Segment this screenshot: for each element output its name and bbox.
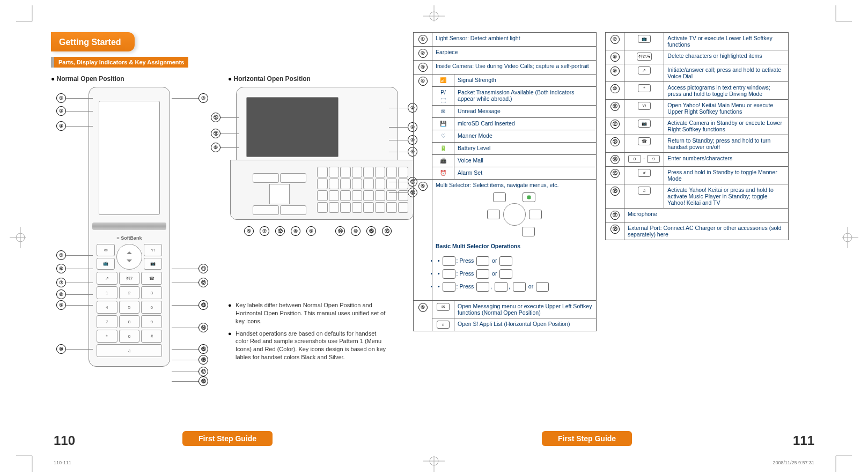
row-11: Open Yahoo! Keitai Main Menu or execute … xyxy=(664,100,789,117)
table-a: ①Light Sensor: Detect ambient light ②Ear… xyxy=(413,32,597,331)
packet-icon: P/⬚ xyxy=(439,89,447,97)
footer-guide-right: First Step Guide xyxy=(542,431,632,446)
row-13: Return to Standby; press and hold to tur… xyxy=(664,135,789,153)
callout-12: ⑫ xyxy=(198,278,208,287)
row-4a: Packet Transmission Available (Both indi… xyxy=(454,87,597,106)
row-9: Initiate/answer call; press and hold to … xyxy=(664,64,789,82)
callout-1: ① xyxy=(56,93,66,103)
row-4: Signal Strength xyxy=(454,75,597,87)
callout-hb5: ⑤ xyxy=(244,226,254,236)
music-key-icon: ♫ xyxy=(638,187,651,195)
callout-13: ⑬ xyxy=(198,300,208,310)
callout-9: ⑨ xyxy=(56,300,66,310)
callout-hb9: ⑨ xyxy=(306,226,316,236)
row-7: Activate TV or execute Lower Left Softke… xyxy=(664,33,789,50)
clear-key-icon: ｸﾘｱ/ﾒﾓ xyxy=(637,53,652,61)
appli-key-icon: ⌂ xyxy=(437,321,450,329)
voicemail-icon: 📠 xyxy=(439,157,447,165)
callout-16: ⑯ xyxy=(198,355,208,365)
note-1: Key labels differ between Normal Open Po… xyxy=(228,301,389,325)
callout-hb16: ⑯ xyxy=(382,226,392,236)
callout-hb7: ⑦ xyxy=(260,226,269,236)
table-b: ⑦📺Activate TV or execute Lower Left Soft… xyxy=(605,32,789,240)
battery-icon: 🔋 xyxy=(439,145,447,152)
callout-18: ⑱ xyxy=(198,376,208,386)
section-tab: Getting Started xyxy=(51,32,135,51)
ms-ops-list: • : Press or • : Press or • : Press , , … xyxy=(436,255,593,293)
row-16: Activate Yahoo! Keitai or press and hold… xyxy=(664,184,789,209)
row-2: Earpiece xyxy=(432,47,597,61)
hash-key-icon: ＃ xyxy=(638,169,651,177)
page-number-left: 110 xyxy=(54,433,75,448)
note-2: Handset operations are based on defaults… xyxy=(228,330,389,361)
callout-hb14: ⑭ xyxy=(335,226,345,236)
callout-17: ⑰ xyxy=(198,367,208,376)
page-number-right: 111 xyxy=(793,433,814,448)
softkey-ul-icon: ✉ xyxy=(97,244,115,256)
footer-guide-left: First Step Guide xyxy=(182,431,273,446)
softkey-ll-icon: 📺 xyxy=(97,258,115,270)
callout-hb12: ⑫ xyxy=(275,226,285,236)
dpad-icon xyxy=(116,244,142,270)
alarm-icon: ⏰ xyxy=(439,169,447,177)
yahoo-key-icon: Y! xyxy=(638,102,651,110)
row-3: Inside Camera: Use during Video Calls; c… xyxy=(432,61,597,75)
row-15: Press and hold in Standby to toggle Mann… xyxy=(664,167,789,184)
callout-hb10: ⑩ xyxy=(351,226,361,236)
callout-5: ⑤ xyxy=(56,250,66,260)
normal-open-title: Normal Open Position xyxy=(51,75,212,83)
callout-h13: ⑬ xyxy=(211,113,220,122)
manner-icon: ♡ xyxy=(439,132,447,140)
callout-hb8: ⑧ xyxy=(291,226,300,236)
row-4d: Manner Mode xyxy=(454,130,597,143)
nine-key-icon: 9 xyxy=(647,155,660,163)
callout-h11: ⑪ xyxy=(211,129,220,138)
device-horizontal xyxy=(236,87,398,184)
power-key-icon: ☎ xyxy=(638,137,651,145)
row-8: Delete characters or highlighted items xyxy=(664,50,789,64)
tv-key-icon: 📺 xyxy=(638,35,651,43)
notes: Key labels differ between Normal Open Po… xyxy=(228,301,389,361)
horizontal-open-title: Horizontal Open Position xyxy=(228,75,389,83)
callout-8: ⑧ xyxy=(56,290,66,299)
ms-ops-title: Basic Multi Selector Operations xyxy=(436,243,593,249)
row-18: External Port: Connect AC Charger or oth… xyxy=(624,222,789,240)
call-key-icon: ↗ xyxy=(638,66,651,75)
callout-4: ④ xyxy=(56,121,66,131)
row-4c: microSD Card Inserted xyxy=(454,118,597,130)
callout-hb15: ⑮ xyxy=(366,226,376,236)
row-5: Multi Selector: Select items, navigate m… xyxy=(432,180,597,301)
multi-selector-diagram xyxy=(436,191,593,238)
row-1: Light Sensor: Detect ambient light xyxy=(432,33,597,47)
callout-h6: ⑥ xyxy=(211,143,220,152)
callout-11: ⑪ xyxy=(198,264,208,273)
row-6: Open Messaging menu or execute Upper Lef… xyxy=(454,301,597,318)
row-17: Microphone xyxy=(624,209,789,222)
callout-14: ⑭ xyxy=(198,323,208,332)
callout-7: ⑦ xyxy=(56,278,66,287)
callout-2: ② xyxy=(56,106,66,116)
row-4e: Battery Level xyxy=(454,143,597,155)
brand-label: ≡ SoftBank xyxy=(89,235,170,241)
microsd-icon: 💾 xyxy=(439,120,447,128)
camera-key-icon: 📷 xyxy=(638,120,651,128)
row-4f: Voice Mail xyxy=(454,155,597,167)
softkey-ur-icon: Y! xyxy=(144,244,162,256)
row-4g: Alarm Set xyxy=(454,167,597,180)
section-subhead: Parts, Display Indicators & Key Assignme… xyxy=(51,57,188,68)
row-14: Enter numbers/characters xyxy=(664,153,789,167)
callout-6: ⑥ xyxy=(56,264,66,273)
mail-key-icon: ✉ xyxy=(437,303,450,311)
row-6b: Open S! Appli List (Horizontal Open Posi… xyxy=(454,318,597,331)
callout-15: ⑮ xyxy=(198,344,208,354)
row-12: Activate Camera in Standby or execute Lo… xyxy=(664,117,789,135)
star-key-icon: ＊ xyxy=(638,84,651,92)
callout-3: ③ xyxy=(198,93,208,103)
row-4b: Unread Message xyxy=(454,106,597,118)
unread-icon: ✉ xyxy=(439,108,447,115)
zero-key-icon: 0 xyxy=(628,155,641,163)
sheet-id: 110-111 xyxy=(54,460,71,465)
print-timestamp: 2008/11/25 9:57:31 xyxy=(773,460,814,465)
row-10: Access pictograms in text entry windows;… xyxy=(664,82,789,100)
signal-icon: 📶 xyxy=(439,77,447,84)
